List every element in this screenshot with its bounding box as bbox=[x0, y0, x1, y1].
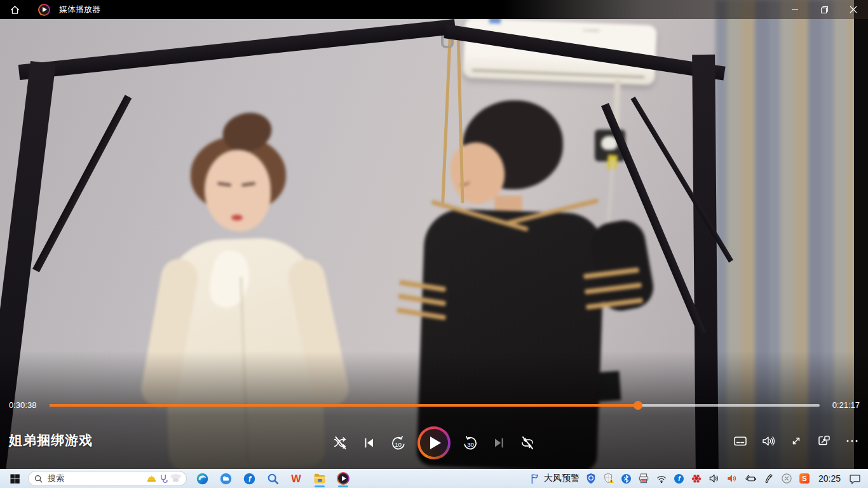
player-overlay: 0:30:38 0:21:17 姐弟捆绑游戏 bbox=[0, 0, 868, 469]
app-title: 媒体播放器 bbox=[59, 4, 100, 15]
flash-icon: f bbox=[243, 472, 256, 485]
secondary-controls bbox=[733, 433, 860, 449]
taskbar-app-wps[interactable]: W bbox=[287, 469, 305, 488]
fullscreen-button[interactable] bbox=[789, 433, 804, 449]
volume-orange-icon bbox=[726, 472, 738, 485]
tray-disconnected[interactable] bbox=[780, 469, 793, 488]
tray-security-shield[interactable] bbox=[585, 469, 597, 488]
restore-icon bbox=[820, 6, 829, 14]
wireless-signal-icon bbox=[655, 472, 668, 485]
tray-printer[interactable] bbox=[637, 469, 650, 488]
stethoscope-icon bbox=[158, 473, 169, 484]
svg-text:10: 10 bbox=[395, 440, 402, 447]
taskbar-app-explorer[interactable] bbox=[311, 469, 329, 488]
tray-sogou-input[interactable]: S bbox=[798, 469, 811, 488]
more-options-button[interactable] bbox=[844, 433, 860, 449]
signature-pen-icon bbox=[763, 472, 775, 485]
titlebar: 媒体播放器 bbox=[0, 0, 868, 19]
repeat-off-icon bbox=[519, 435, 536, 451]
system-tray: 大风预警 bbox=[529, 469, 868, 488]
close-icon bbox=[850, 6, 857, 13]
svg-text:W: W bbox=[291, 473, 301, 484]
fullscreen-icon bbox=[789, 433, 804, 449]
tray-volume-orange[interactable] bbox=[726, 469, 738, 488]
search-input[interactable]: 搜索 bbox=[28, 471, 187, 486]
subtitles-button[interactable] bbox=[733, 433, 748, 449]
close-button[interactable] bbox=[839, 0, 868, 19]
skip-back-10-icon: 10 bbox=[390, 435, 407, 452]
next-icon bbox=[491, 435, 506, 451]
tray-flash[interactable]: f bbox=[673, 469, 685, 488]
start-button[interactable] bbox=[4, 469, 25, 488]
taskbar: 搜索 bbox=[0, 469, 868, 488]
security-shield-icon bbox=[585, 472, 597, 485]
volume-button[interactable] bbox=[761, 433, 776, 449]
tray-red-cluster[interactable] bbox=[690, 469, 703, 488]
svg-text:S: S bbox=[802, 474, 807, 482]
magnifier-icon bbox=[266, 472, 280, 485]
home-icon bbox=[9, 4, 21, 16]
notification-button[interactable] bbox=[848, 469, 862, 488]
flag-icon bbox=[529, 473, 541, 485]
progress-thumb[interactable] bbox=[634, 401, 642, 410]
tray-bluetooth[interactable] bbox=[620, 469, 632, 488]
circle-x-icon bbox=[780, 472, 793, 485]
restore-button[interactable] bbox=[810, 0, 839, 19]
taskbar-app-flash[interactable]: f bbox=[240, 469, 258, 488]
taskbar-app-search-tool[interactable] bbox=[264, 469, 281, 488]
file-explorer-icon bbox=[313, 471, 327, 485]
more-options-icon bbox=[844, 433, 860, 449]
media-player-logo bbox=[38, 4, 50, 16]
subtitles-icon bbox=[733, 433, 748, 449]
skip-forward-30-icon: 30 bbox=[462, 435, 479, 452]
running-indicator bbox=[315, 485, 325, 487]
windows-logo-icon bbox=[10, 473, 20, 484]
shuffle-off-icon bbox=[332, 435, 349, 451]
tray-signature-pen[interactable] bbox=[763, 469, 775, 488]
progress-fill bbox=[50, 404, 638, 407]
wps-office-icon: W bbox=[289, 471, 303, 485]
previous-icon bbox=[362, 435, 377, 451]
red-cluster-icon bbox=[690, 472, 703, 485]
minimize-button[interactable] bbox=[780, 0, 810, 19]
search-highlights bbox=[146, 473, 181, 484]
flash-icon: f bbox=[673, 473, 685, 485]
weather-alert[interactable]: 大风预警 bbox=[529, 469, 580, 488]
search-placeholder: 搜索 bbox=[48, 473, 146, 484]
tray-defender[interactable] bbox=[602, 469, 615, 488]
bluetooth-icon bbox=[620, 473, 632, 485]
seek-bar[interactable] bbox=[50, 404, 820, 407]
notification-bubble-icon bbox=[848, 472, 862, 485]
tray-volume[interactable] bbox=[708, 469, 721, 488]
chef-hat-icon bbox=[170, 473, 181, 484]
previous-button[interactable] bbox=[360, 434, 378, 452]
skip-back-button[interactable]: 10 bbox=[389, 434, 407, 452]
printer-icon bbox=[637, 472, 650, 485]
play-icon bbox=[430, 437, 441, 449]
taskbar-app-edge[interactable] bbox=[193, 469, 211, 488]
repeat-button[interactable] bbox=[519, 434, 536, 452]
taskbar-clock[interactable]: 20:25 bbox=[816, 469, 843, 488]
screen: Leader bbox=[0, 0, 868, 488]
sogou-input-icon: S bbox=[798, 472, 811, 485]
minimize-icon bbox=[791, 6, 799, 13]
next-button[interactable] bbox=[490, 434, 508, 452]
svg-text:30: 30 bbox=[467, 440, 474, 447]
mini-player-button[interactable] bbox=[817, 433, 832, 449]
home-button[interactable] bbox=[4, 0, 25, 19]
pinned-apps: f W bbox=[193, 469, 352, 488]
remaining-time: 0:21:17 bbox=[832, 400, 860, 410]
battery-pen-icon bbox=[743, 472, 757, 485]
tray-wireless[interactable] bbox=[655, 469, 668, 488]
mini-player-icon bbox=[817, 433, 832, 449]
play-button[interactable] bbox=[417, 426, 451, 459]
taskbar-app-weather[interactable] bbox=[217, 469, 234, 488]
hard-hat-icon bbox=[146, 473, 157, 484]
taskbar-app-media-player[interactable] bbox=[334, 469, 352, 488]
edge-icon bbox=[196, 472, 209, 485]
shuffle-button[interactable] bbox=[332, 434, 349, 452]
tray-battery-pen[interactable] bbox=[743, 469, 757, 488]
search-icon bbox=[34, 474, 43, 484]
elapsed-time: 0:30:38 bbox=[9, 400, 36, 410]
skip-forward-button[interactable]: 30 bbox=[461, 434, 479, 452]
